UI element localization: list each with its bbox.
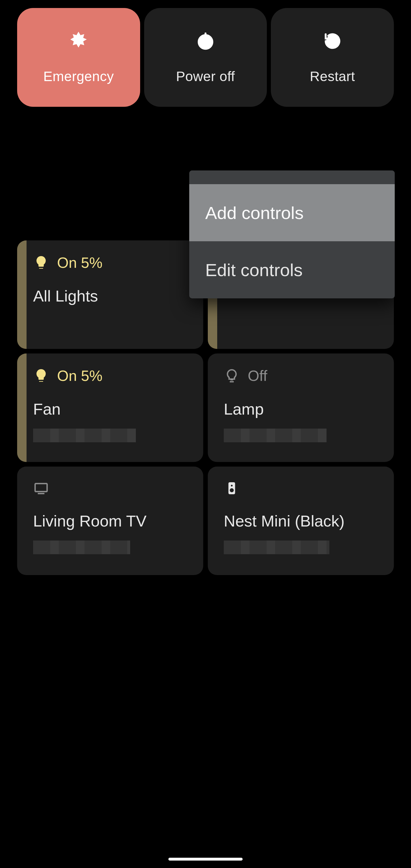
power-off-button[interactable]: Power off (144, 8, 267, 107)
lightbulb-icon (33, 255, 49, 271)
redacted-text (224, 429, 326, 442)
emergency-icon (68, 31, 89, 52)
menu-item-label: Add controls (205, 203, 304, 223)
tv-icon (33, 480, 49, 496)
status-text: Off (248, 367, 267, 384)
power-icon (195, 31, 216, 52)
card-name: Fan (33, 400, 187, 418)
lightbulb-icon (33, 368, 49, 384)
restart-label: Restart (310, 68, 355, 84)
card-name: Nest Mini (Black) (224, 512, 378, 530)
svg-rect-2 (35, 484, 47, 492)
status-text: On 5% (57, 254, 102, 271)
menu-edit-controls[interactable]: Edit controls (189, 241, 395, 299)
svg-point-6 (230, 488, 234, 492)
menu-add-controls[interactable]: Add controls (189, 184, 395, 241)
restart-icon (322, 31, 343, 52)
control-all-lights[interactable]: On 5% All Lights (17, 240, 203, 349)
menu-padding (189, 170, 395, 184)
control-nest-mini[interactable]: Nest Mini (Black) (208, 467, 394, 575)
overflow-menu: Add controls Edit controls (189, 170, 395, 299)
emergency-label: Emergency (43, 68, 114, 84)
status-text: On 5% (57, 367, 102, 384)
lightbulb-outline-icon (224, 368, 240, 384)
svg-point-5 (231, 485, 232, 487)
power-off-label: Power off (176, 68, 235, 84)
control-tv[interactable]: Living Room TV (17, 467, 203, 575)
card-name: All Lights (33, 287, 187, 305)
emergency-button[interactable]: Emergency (17, 8, 140, 107)
card-name: Lamp (224, 400, 378, 418)
speaker-icon (224, 480, 240, 496)
redacted-text (33, 429, 136, 442)
power-menu: Emergency Power off Restart (17, 8, 394, 107)
restart-button[interactable]: Restart (271, 8, 394, 107)
control-lamp[interactable]: Off Lamp (208, 353, 394, 462)
redacted-text (33, 540, 130, 554)
redacted-text (224, 540, 329, 554)
control-fan[interactable]: On 5% Fan (17, 353, 203, 462)
card-name: Living Room TV (33, 512, 187, 530)
menu-item-label: Edit controls (205, 260, 303, 280)
nav-handle[interactable] (168, 858, 243, 861)
